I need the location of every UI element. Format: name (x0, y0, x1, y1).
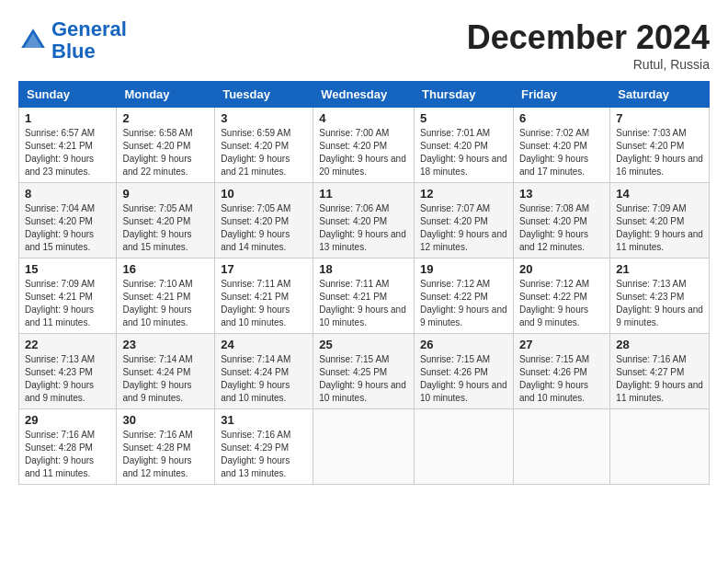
day-number: 25 (319, 338, 408, 351)
cell-content: Sunrise: 7:03 AMSunset: 4:20 PMDaylight:… (616, 127, 703, 178)
calendar-cell: 29Sunrise: 7:16 AMSunset: 4:28 PMDayligh… (19, 409, 117, 485)
calendar-table: SundayMondayTuesdayWednesdayThursdayFrid… (18, 81, 710, 485)
calendar-cell: 2Sunrise: 6:58 AMSunset: 4:20 PMDaylight… (117, 108, 215, 183)
calendar-cell: 25Sunrise: 7:15 AMSunset: 4:25 PMDayligh… (313, 334, 415, 409)
calendar-cell (610, 409, 710, 485)
logo-line1: General (51, 17, 127, 40)
logo-text: General Blue (51, 18, 127, 63)
cell-content: Sunrise: 7:08 AMSunset: 4:20 PMDaylight:… (519, 202, 604, 254)
weekday-header-tuesday: Tuesday (215, 82, 313, 108)
day-number: 9 (122, 187, 209, 201)
calendar-cell: 30Sunrise: 7:16 AMSunset: 4:28 PMDayligh… (117, 409, 215, 485)
calendar-cell: 19Sunrise: 7:12 AMSunset: 4:22 PMDayligh… (415, 259, 514, 334)
day-number: 22 (25, 338, 110, 351)
day-number: 11 (319, 187, 408, 201)
weekday-header-sunday: Sunday (19, 82, 117, 108)
calendar-cell: 20Sunrise: 7:12 AMSunset: 4:22 PMDayligh… (513, 259, 609, 334)
cell-content: Sunrise: 7:10 AMSunset: 4:21 PMDaylight:… (122, 278, 209, 329)
calendar-cell: 8Sunrise: 7:04 AMSunset: 4:20 PMDaylight… (19, 183, 117, 259)
cell-content: Sunrise: 7:04 AMSunset: 4:20 PMDaylight:… (25, 202, 110, 254)
calendar-cell: 4Sunrise: 7:00 AMSunset: 4:20 PMDaylight… (313, 108, 415, 183)
calendar-cell: 10Sunrise: 7:05 AMSunset: 4:20 PMDayligh… (215, 183, 313, 259)
logo-icon (18, 26, 48, 55)
day-number: 23 (122, 338, 209, 351)
cell-content: Sunrise: 7:14 AMSunset: 4:24 PMDaylight:… (221, 353, 307, 405)
cell-content: Sunrise: 7:06 AMSunset: 4:20 PMDaylight:… (319, 202, 408, 254)
weekday-header-wednesday: Wednesday (313, 82, 415, 108)
cell-content: Sunrise: 7:11 AMSunset: 4:21 PMDaylight:… (221, 278, 307, 329)
cell-content: Sunrise: 6:59 AMSunset: 4:20 PMDaylight:… (221, 127, 307, 178)
day-number: 8 (25, 187, 110, 201)
weekday-header-row: SundayMondayTuesdayWednesdayThursdayFrid… (19, 82, 710, 108)
day-number: 20 (519, 262, 604, 276)
calendar-cell: 31Sunrise: 7:16 AMSunset: 4:29 PMDayligh… (215, 409, 313, 485)
calendar-cell: 5Sunrise: 7:01 AMSunset: 4:20 PMDaylight… (415, 108, 514, 183)
weekday-header-friday: Friday (513, 82, 609, 108)
calendar-cell: 15Sunrise: 7:09 AMSunset: 4:21 PMDayligh… (19, 259, 117, 334)
calendar-cell: 24Sunrise: 7:14 AMSunset: 4:24 PMDayligh… (215, 334, 313, 409)
cell-content: Sunrise: 7:07 AMSunset: 4:20 PMDaylight:… (420, 202, 507, 254)
cell-content: Sunrise: 7:16 AMSunset: 4:28 PMDaylight:… (122, 429, 209, 480)
calendar-cell (313, 409, 415, 485)
day-number: 27 (519, 338, 604, 351)
calendar-cell: 17Sunrise: 7:11 AMSunset: 4:21 PMDayligh… (215, 259, 313, 334)
calendar-cell (513, 409, 609, 485)
cell-content: Sunrise: 7:00 AMSunset: 4:20 PMDaylight:… (319, 127, 408, 178)
calendar-cell: 14Sunrise: 7:09 AMSunset: 4:20 PMDayligh… (610, 183, 710, 259)
calendar-cell: 21Sunrise: 7:13 AMSunset: 4:23 PMDayligh… (610, 259, 710, 334)
weekday-header-saturday: Saturday (610, 82, 710, 108)
calendar-cell: 3Sunrise: 6:59 AMSunset: 4:20 PMDaylight… (215, 108, 313, 183)
day-number: 30 (122, 413, 209, 427)
day-number: 19 (420, 262, 507, 276)
day-number: 15 (25, 262, 110, 276)
day-number: 17 (221, 262, 307, 276)
weekday-header-monday: Monday (117, 82, 215, 108)
cell-content: Sunrise: 7:12 AMSunset: 4:22 PMDaylight:… (519, 278, 604, 329)
calendar-week-row: 1Sunrise: 6:57 AMSunset: 4:21 PMDaylight… (19, 108, 710, 183)
calendar-cell: 16Sunrise: 7:10 AMSunset: 4:21 PMDayligh… (117, 259, 215, 334)
logo-line2: Blue (51, 40, 96, 63)
title-block: December 2024 Rutul, Russia (467, 18, 710, 72)
cell-content: Sunrise: 7:15 AMSunset: 4:25 PMDaylight:… (319, 353, 408, 405)
day-number: 28 (616, 338, 703, 351)
day-number: 10 (221, 187, 307, 201)
calendar-cell: 7Sunrise: 7:03 AMSunset: 4:20 PMDaylight… (610, 108, 710, 183)
calendar-cell: 22Sunrise: 7:13 AMSunset: 4:23 PMDayligh… (19, 334, 117, 409)
page-header: General Blue December 2024 Rutul, Russia (18, 18, 710, 72)
cell-content: Sunrise: 7:15 AMSunset: 4:26 PMDaylight:… (420, 353, 507, 405)
day-number: 31 (221, 413, 307, 427)
cell-content: Sunrise: 7:05 AMSunset: 4:20 PMDaylight:… (221, 202, 307, 254)
day-number: 7 (616, 111, 703, 125)
month-title: December 2024 (467, 18, 710, 57)
day-number: 3 (221, 111, 307, 125)
cell-content: Sunrise: 7:13 AMSunset: 4:23 PMDaylight:… (616, 278, 703, 329)
day-number: 4 (319, 111, 408, 125)
calendar-cell: 18Sunrise: 7:11 AMSunset: 4:21 PMDayligh… (313, 259, 415, 334)
calendar-week-row: 8Sunrise: 7:04 AMSunset: 4:20 PMDaylight… (19, 183, 710, 259)
day-number: 6 (519, 111, 604, 125)
cell-content: Sunrise: 7:09 AMSunset: 4:21 PMDaylight:… (25, 278, 110, 329)
day-number: 16 (122, 262, 209, 276)
cell-content: Sunrise: 7:16 AMSunset: 4:27 PMDaylight:… (616, 353, 703, 405)
cell-content: Sunrise: 7:05 AMSunset: 4:20 PMDaylight:… (122, 202, 209, 254)
calendar-cell: 1Sunrise: 6:57 AMSunset: 4:21 PMDaylight… (19, 108, 117, 183)
day-number: 1 (25, 111, 110, 125)
cell-content: Sunrise: 7:11 AMSunset: 4:21 PMDaylight:… (319, 278, 408, 329)
cell-content: Sunrise: 7:02 AMSunset: 4:20 PMDaylight:… (519, 127, 604, 178)
day-number: 21 (616, 262, 703, 276)
day-number: 12 (420, 187, 507, 201)
day-number: 18 (319, 262, 408, 276)
day-number: 14 (616, 187, 703, 201)
calendar-cell: 27Sunrise: 7:15 AMSunset: 4:26 PMDayligh… (513, 334, 609, 409)
cell-content: Sunrise: 7:14 AMSunset: 4:24 PMDaylight:… (122, 353, 209, 405)
calendar-cell: 6Sunrise: 7:02 AMSunset: 4:20 PMDaylight… (513, 108, 609, 183)
day-number: 5 (420, 111, 507, 125)
calendar-cell: 9Sunrise: 7:05 AMSunset: 4:20 PMDaylight… (117, 183, 215, 259)
day-number: 13 (519, 187, 604, 201)
calendar-cell: 28Sunrise: 7:16 AMSunset: 4:27 PMDayligh… (610, 334, 710, 409)
calendar-cell: 11Sunrise: 7:06 AMSunset: 4:20 PMDayligh… (313, 183, 415, 259)
calendar-cell: 13Sunrise: 7:08 AMSunset: 4:20 PMDayligh… (513, 183, 609, 259)
cell-content: Sunrise: 7:09 AMSunset: 4:20 PMDaylight:… (616, 202, 703, 254)
cell-content: Sunrise: 7:16 AMSunset: 4:29 PMDaylight:… (221, 429, 307, 480)
calendar-cell: 23Sunrise: 7:14 AMSunset: 4:24 PMDayligh… (117, 334, 215, 409)
